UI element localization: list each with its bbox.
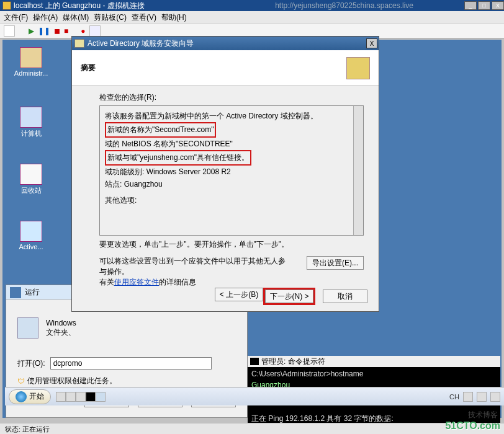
export-settings-button[interactable]: 导出设置(E)... <box>307 256 364 270</box>
menu-clipboard[interactable]: 剪贴板(C) <box>94 12 127 23</box>
highlight-domain-name: 新域的名称为"SecondTree.com" <box>105 122 216 137</box>
run-big-icon <box>17 317 38 339</box>
start-orb-icon <box>16 391 27 402</box>
wizard-next-button[interactable]: 下一步(N) > <box>265 290 313 303</box>
summary-scrollbar[interactable] <box>353 106 363 235</box>
wizard-title-bar[interactable]: Active Directory 域服务安装向导 X <box>72 37 379 50</box>
recycle-bin-icon <box>20 164 42 185</box>
quick-launch-1[interactable] <box>56 392 66 402</box>
quick-launch-2[interactable] <box>66 392 76 402</box>
wizard-icon <box>74 39 84 48</box>
menu-help[interactable]: 帮助(H) <box>161 12 187 23</box>
watermark-big: 51CTO.com <box>445 420 500 432</box>
start-button[interactable]: 开始 <box>9 389 51 404</box>
tray-icon-1[interactable] <box>463 392 473 402</box>
admin-note: 使用管理权限创建此任务。 <box>27 376 117 386</box>
summary-line-5: 域功能级别: Windows Server 2008 R2 <box>105 166 358 178</box>
book-icon <box>346 57 370 79</box>
summary-line-1: 将该服务器配置为新域树中的第一个 Active Directory 域控制器。 <box>105 110 358 122</box>
wizard-close-button[interactable]: X <box>366 38 377 48</box>
task-run[interactable] <box>96 392 106 402</box>
run-description: Windows文件夹、 <box>46 319 232 338</box>
tool-ctrl-alt-del-icon[interactable] <box>4 25 15 37</box>
task-cmd[interactable] <box>86 392 96 402</box>
run-title: 运行 <box>25 287 40 298</box>
guest-taskbar: 开始 CH <box>5 387 504 405</box>
run-icon <box>10 287 21 298</box>
wizard-back-button[interactable]: < 上一步(B) <box>215 288 263 301</box>
vm-title-text: localhost 上的 Guangzhou - 虚拟机连接 <box>14 1 145 11</box>
desktop-icon-recycle-bin[interactable]: 回收站 <box>12 164 50 195</box>
system-tray: CH <box>449 392 500 402</box>
cmd-title-bar[interactable]: 管理员: 命令提示符 <box>248 356 500 367</box>
desktop-icon-ad-recyclebin[interactable]: Active... <box>12 221 50 250</box>
vm-window-buttons: _ □ X <box>463 1 504 10</box>
revert-icon[interactable] <box>89 25 101 37</box>
highlight-trust-link: 新域与域"yejunsheng.com"具有信任链接。 <box>105 150 251 165</box>
folder-icon <box>20 47 42 68</box>
wizard-header: 摘要 <box>72 50 379 86</box>
cmd-icon <box>250 358 259 365</box>
menu-file[interactable]: 文件(F) <box>4 12 28 23</box>
ad-tool-icon <box>20 221 42 242</box>
summary-line-7: 其他选项: <box>105 194 358 206</box>
vm-menu-bar: 文件(F) 操作(A) 媒体(M) 剪贴板(C) 查看(V) 帮助(H) <box>0 11 504 24</box>
menu-view[interactable]: 查看(V) <box>132 12 156 23</box>
pause-icon[interactable]: ❚❚ <box>38 27 50 35</box>
close-button[interactable]: X <box>492 1 504 10</box>
check-label: 检查您的选择(R): <box>99 92 364 103</box>
save-state-icon[interactable]: ◼ <box>54 27 60 35</box>
watermark-small: 技术博客 <box>468 410 498 420</box>
cmd-title: 管理员: 命令提示符 <box>261 356 325 367</box>
summary-box: 将该服务器配置为新域树中的第一个 Active Directory 域控制器。 … <box>99 105 364 236</box>
watermark-url: http://yejunsheng870225china.spaces.live <box>275 1 413 10</box>
open-label: 打开(O): <box>17 358 45 369</box>
lang-indicator[interactable]: CH <box>449 393 459 401</box>
menu-action[interactable]: 操作(A) <box>33 12 58 23</box>
vm-status-bar: 状态: 正在运行 <box>0 423 504 434</box>
desktop-icon-computer[interactable]: 计算机 <box>12 107 50 138</box>
summary-line-3: 域的 NetBIOS 名称为"SECONDTREE" <box>105 138 358 150</box>
run-input[interactable] <box>50 357 212 370</box>
wizard-header-text: 摘要 <box>81 63 96 73</box>
shield-icon: 🛡 <box>17 377 25 386</box>
wizard-hint: 要更改选项，单击"上一步"。要开始操作，单击"下一步"。 <box>99 239 364 250</box>
ad-install-wizard: Active Directory 域服务安装向导 X 摘要 检查您的选择(R):… <box>71 36 379 312</box>
maximize-button[interactable]: □ <box>478 1 490 10</box>
wizard-title: Active Directory 域服务安装向导 <box>88 38 194 49</box>
tray-icon-2[interactable] <box>477 392 487 402</box>
stop-icon[interactable]: ■ <box>64 27 68 35</box>
desktop-icon-administrator[interactable]: Administr... <box>12 47 50 77</box>
computer-icon <box>20 107 42 128</box>
play-icon[interactable]: ▶ <box>29 27 34 35</box>
vm-title-bar: localhost 上的 Guangzhou - 虚拟机连接 http://ye… <box>0 0 504 11</box>
tray-icon-3[interactable] <box>490 392 500 402</box>
wizard-cancel-button[interactable]: 取消 <box>323 290 367 303</box>
minimize-button[interactable]: _ <box>464 1 477 10</box>
summary-line-6: 站点: Guangzhou <box>105 178 358 190</box>
menu-media[interactable]: 媒体(M) <box>63 12 89 23</box>
vm-icon <box>2 1 11 10</box>
snapshot-icon[interactable]: ● <box>81 27 85 35</box>
export-text-1: 可以将这些设置导出到一个应答文件中以用于其他无人参与操作。 <box>99 257 286 276</box>
answer-file-link[interactable]: 使用应答文件 <box>114 278 159 286</box>
quick-launch-3[interactable] <box>76 392 86 402</box>
